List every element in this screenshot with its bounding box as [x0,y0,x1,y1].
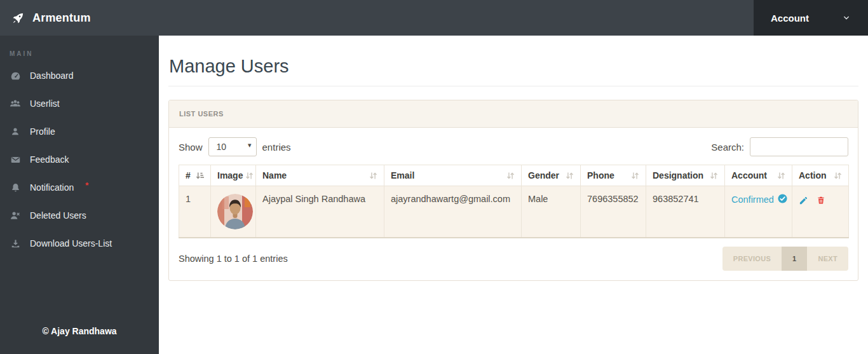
cell-account-status: Confirmed [725,186,792,238]
cell-action [792,186,849,238]
sort-both-icon [834,172,842,180]
sidebar-item-label: Profile [30,126,55,137]
sort-both-icon [369,172,377,180]
sidebar-item-download-users-list[interactable]: Download Users-List [0,229,159,257]
cell-designation: 963852741 [646,186,725,238]
pagination-previous-button[interactable]: PREVIOUS [722,247,782,271]
pagination-next-button[interactable]: NEXT [807,247,848,271]
col-header-name[interactable]: Name [256,165,384,186]
pagination: PREVIOUS 1 NEXT [722,247,848,271]
bell-icon [10,182,21,193]
page-length-select[interactable]: 10 [208,137,257,156]
rocket-icon [12,12,24,24]
col-header-account[interactable]: Account [725,165,792,186]
col-header-gender[interactable]: Gender [522,165,581,186]
search-label: Search: [711,142,744,153]
sidebar-item-dashboard[interactable]: Dashboard [0,62,159,90]
page-title: Manage Users [169,56,858,77]
col-header-phone[interactable]: Phone [581,165,646,186]
delete-user-button[interactable] [817,195,825,207]
sidebar-item-notification[interactable]: Notification * [0,174,159,201]
sort-both-icon [710,172,718,180]
account-dropdown[interactable]: Account [754,0,868,36]
col-header-image[interactable]: Image [211,165,256,186]
show-label: Show [179,142,203,153]
navbar-spacer [153,0,754,36]
panel-body: Show 10 entries Search: [169,128,858,280]
list-users-panel: LIST USERS Show 10 entries Search: [168,100,858,281]
title-divider [168,86,858,86]
dashboard-icon [10,70,21,81]
sidebar-copyright: © Ajay Randhawa [0,326,159,336]
col-header-action[interactable]: Action [792,165,849,186]
check-circle-icon [778,194,787,205]
trash-icon [817,195,825,207]
sort-both-icon [566,172,574,180]
user-avatar-image [217,194,253,229]
notification-badge: * [85,180,88,190]
cell-email: ajayrandhawartg@gmail.com [384,186,522,238]
brand-logo[interactable]: Armentum [0,0,153,36]
sidebar-item-label: Download Users-List [30,238,112,248]
sidebar: MAIN Dashboard Userlist [0,36,159,354]
page-length-select-wrap: 10 [208,137,257,156]
search-control: Search: [711,137,848,156]
sort-both-icon [631,172,639,180]
pencil-icon [799,196,808,207]
table-info: Showing 1 to 1 of 1 entries [179,254,288,264]
account-label: Account [771,13,809,24]
cell-name: Ajaypal Singh Randhawa [256,186,384,238]
download-icon [10,238,21,249]
page-length-control: Show 10 entries [179,137,291,156]
col-header-email[interactable]: Email [384,165,522,186]
account-status-link[interactable]: Confirmed [731,194,787,205]
sidebar-item-feedback[interactable]: Feedback [0,146,159,174]
users-table: # Image [179,165,849,238]
sidebar-item-deleted-users[interactable]: Deleted Users [0,201,159,229]
table-footer: Showing 1 to 1 of 1 entries PREVIOUS 1 N… [179,247,848,271]
cell-index: 1 [179,186,211,238]
cell-image [211,186,256,238]
sort-both-icon [245,172,254,180]
cell-gender: Male [522,186,581,238]
panel-title: LIST USERS [169,100,858,128]
sidebar-item-label: Deleted Users [30,210,86,221]
sidebar-item-label: Feedback [30,154,69,165]
top-navbar: Armentum Account [0,0,868,36]
chevron-down-icon [842,13,851,22]
table-controls: Show 10 entries Search: [179,137,848,156]
sidebar-item-label: Userlist [30,99,60,109]
pagination-page-1-button[interactable]: 1 [782,247,807,271]
search-input[interactable] [750,137,848,156]
sidebar-item-profile[interactable]: Profile [0,118,159,146]
main-content: Manage Users LIST USERS Show 10 entries … [159,36,868,354]
sidebar-item-userlist[interactable]: Userlist [0,90,159,118]
sidebar-item-label: Notification [30,182,74,193]
col-header-index[interactable]: # [179,165,211,186]
user-remove-icon [10,210,21,221]
account-status-label: Confirmed [731,194,774,205]
sort-asc-icon [196,172,204,180]
entries-label: entries [262,142,291,153]
sort-both-icon [506,172,515,180]
edit-user-button[interactable] [799,196,808,207]
col-header-designation[interactable]: Designation [646,165,725,186]
table-header-row: # Image [179,165,849,186]
cell-phone: 7696355852 [581,186,646,238]
sort-both-icon [777,172,785,180]
sidebar-item-label: Dashboard [30,71,74,81]
sidebar-section-label: MAIN [10,50,159,57]
user-icon [10,126,21,137]
envelope-icon [10,154,21,165]
users-icon [10,98,21,109]
table-row: 1 [179,186,849,238]
brand-title: Armentum [32,11,91,25]
